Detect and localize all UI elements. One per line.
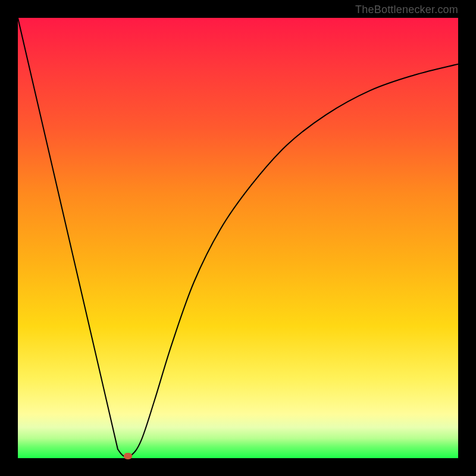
plot-area — [18, 18, 458, 458]
bottleneck-curve — [18, 18, 458, 457]
chart-frame: TheBottlenecker.com — [0, 0, 476, 476]
curve-svg — [18, 18, 458, 458]
attribution-text: TheBottlenecker.com — [355, 4, 458, 16]
optimum-marker — [124, 453, 132, 459]
